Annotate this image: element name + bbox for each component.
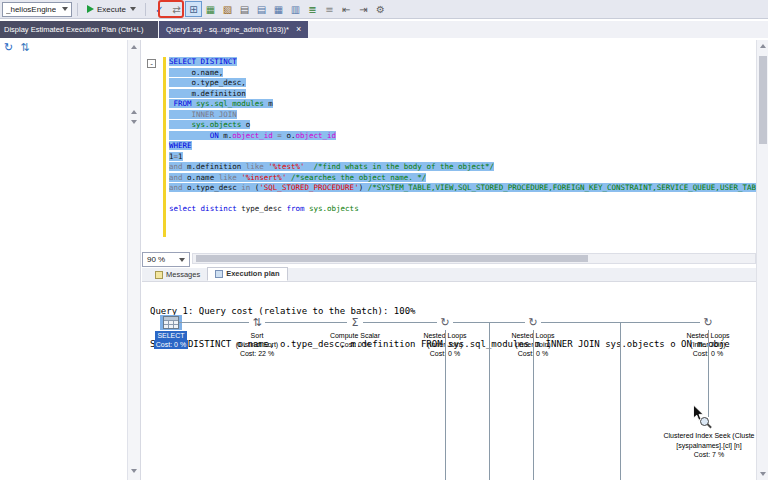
code-line-14[interactable] bbox=[169, 194, 756, 205]
node-label: Sort bbox=[249, 331, 266, 340]
collapse-region-icon[interactable]: - bbox=[147, 59, 156, 68]
code-line-text: SELECT DISTINCT bbox=[169, 57, 237, 66]
plan-connector bbox=[489, 323, 490, 480]
plan-node-compute-scalar[interactable]: ΣCompute ScalarCost: 0 % bbox=[307, 315, 403, 349]
code-line-text: ON m.object_id = o.object_id bbox=[169, 131, 336, 140]
scroll-up-icon[interactable] bbox=[760, 44, 766, 48]
code-line-text: INNER JOIN bbox=[169, 110, 237, 119]
ssms-window: _heliosEngine Execute ✓⇄⊞▦▧▤▤▦▥≣≡⇤⇥⚙ Que… bbox=[0, 0, 768, 480]
code-line-10[interactable]: 1=1 bbox=[169, 152, 756, 163]
code-line-13[interactable]: and o.type_desc in ('SQL_STORED_PROCEDUR… bbox=[169, 183, 756, 194]
code-line-text: 1=1 bbox=[169, 152, 183, 161]
scroll-down-icon[interactable] bbox=[131, 469, 137, 473]
refresh-icon[interactable]: ↻ bbox=[4, 41, 13, 54]
toolbar-separator bbox=[145, 3, 146, 16]
decrease-indent-icon[interactable]: ⇤ bbox=[338, 1, 355, 17]
highlight-annotation bbox=[158, 0, 184, 18]
scroll-up-icon[interactable] bbox=[131, 110, 137, 114]
code-line-text: and m.definition like '%test%' /*find wh… bbox=[169, 162, 494, 171]
execution-plan-icon bbox=[215, 270, 223, 278]
scroll-up-icon[interactable] bbox=[131, 45, 137, 49]
chevron-down-icon bbox=[179, 258, 185, 262]
display-estimated-execution-plan-icon[interactable]: ⊞ bbox=[185, 1, 202, 17]
scrollbar-thumb[interactable] bbox=[759, 56, 767, 144]
results-to-grid-icon[interactable]: ▦ bbox=[270, 1, 287, 17]
code-line-text: o.name, bbox=[169, 68, 223, 77]
node-cost: Cost: 0 % bbox=[338, 340, 372, 349]
tooltip-text: Display Estimated Execution Plan (Ctrl+L… bbox=[4, 25, 143, 34]
sql-editor[interactable]: - SELECT DISTINCT o.name, o.type_desc, m… bbox=[142, 40, 756, 252]
chevron-down-icon bbox=[130, 7, 136, 11]
query-options-icon[interactable]: ⚙ bbox=[372, 1, 389, 17]
plan-connector bbox=[363, 322, 437, 323]
plan-connector bbox=[708, 330, 709, 417]
sync-icon[interactable]: ⇅ bbox=[20, 41, 29, 54]
code-line-2[interactable]: o.name, bbox=[169, 68, 756, 79]
plan-node-clustered-index-seek[interactable]: Clustered Index Seek (Cluste [syspalname… bbox=[614, 431, 756, 460]
execute-button[interactable]: Execute bbox=[83, 1, 140, 17]
node-cost: Cost: 22 % bbox=[238, 349, 276, 358]
code-line-7[interactable]: sys.objects o bbox=[169, 120, 756, 131]
query-toolbar: _heliosEngine Execute ✓⇄⊞▦▧▤▤▦▥≣≡⇤⇥⚙ bbox=[0, 0, 768, 19]
include-actual-execution-plan-icon[interactable]: ▧ bbox=[219, 1, 236, 17]
estimated-plan-tooltip: Display Estimated Execution Plan (Ctrl+L… bbox=[0, 21, 158, 38]
node-cost: Cost: 0 % bbox=[154, 340, 188, 349]
code-line-4[interactable]: m.definition bbox=[169, 89, 756, 100]
code-area: SELECT DISTINCT o.name, o.type_desc, m.d… bbox=[169, 57, 756, 215]
code-line-8[interactable]: ON m.object_id = o.object_id bbox=[169, 131, 756, 142]
results-to-text-icon[interactable]: ▤ bbox=[253, 1, 270, 17]
code-line-11[interactable]: and m.definition like '%test%' /*find wh… bbox=[169, 162, 756, 173]
tab-execution-plan[interactable]: Execution plan bbox=[207, 267, 287, 281]
live-query-statistics-icon[interactable]: ▦ bbox=[202, 1, 219, 17]
tab-label: Execution plan bbox=[226, 269, 279, 278]
execute-play-icon bbox=[87, 5, 94, 13]
code-line-12[interactable]: and o.name like '%insert%' /*searches th… bbox=[169, 173, 756, 184]
code-line-1[interactable]: SELECT DISTINCT bbox=[169, 57, 756, 68]
scroll-down-icon[interactable] bbox=[760, 472, 766, 476]
uncomment-selection-icon[interactable]: ≡ bbox=[321, 1, 338, 17]
plan-node-select[interactable]: SELECTCost: 0 % bbox=[142, 315, 219, 349]
nested-loops-icon: ↻ bbox=[700, 315, 715, 330]
toolbar-separator bbox=[77, 3, 78, 16]
increase-indent-icon[interactable]: ⇥ bbox=[355, 1, 372, 17]
include-client-statistics-icon[interactable]: ▤ bbox=[236, 1, 253, 17]
code-line-text: FROM sys.sql_modules m bbox=[169, 99, 273, 108]
nested-loops-icon: ↻ bbox=[437, 315, 452, 330]
code-line-9[interactable]: WHERE bbox=[169, 141, 756, 152]
node-cost: Cost: 7 % bbox=[614, 450, 756, 460]
tab-messages[interactable]: Messages bbox=[148, 269, 207, 281]
scrollbar-thumb[interactable] bbox=[196, 255, 588, 262]
close-icon[interactable]: × bbox=[296, 25, 301, 34]
execute-label: Execute bbox=[97, 5, 126, 14]
code-line-text: sys.objects o bbox=[169, 120, 250, 129]
code-line-text: and o.name like '%insert%' /*searches th… bbox=[169, 173, 426, 182]
document-tab[interactable]: Query1.sql - sq..ngine_admin (193))* × bbox=[159, 21, 308, 38]
messages-icon bbox=[155, 271, 163, 279]
mouse-cursor bbox=[692, 404, 705, 423]
node-detail: [syspalnames].[cl] [n] bbox=[614, 441, 756, 451]
scroll-down-icon[interactable] bbox=[131, 120, 137, 124]
database-combo-value: _heliosEngine bbox=[6, 5, 56, 14]
comment-selection-icon[interactable]: ≣ bbox=[304, 1, 321, 17]
results-to-file-icon[interactable]: ▥ bbox=[287, 1, 304, 17]
code-line-6[interactable]: INNER JOIN bbox=[169, 110, 756, 121]
database-combo[interactable]: _heliosEngine bbox=[2, 2, 72, 17]
code-line-text: o.type_desc, bbox=[169, 78, 246, 87]
code-line-text: and o.type_desc in ('SQL_STORED_PROCEDUR… bbox=[169, 183, 756, 192]
left-scrollbar[interactable] bbox=[127, 40, 141, 480]
chevron-down-icon bbox=[62, 7, 68, 11]
nested-loops-icon: ↻ bbox=[525, 315, 540, 330]
change-tracking-bar bbox=[163, 57, 166, 237]
plan-connector bbox=[533, 330, 534, 480]
code-line-3[interactable]: o.type_desc, bbox=[169, 78, 756, 89]
vertical-scrollbar[interactable] bbox=[756, 40, 768, 480]
left-panel-icons: ↻⇅ bbox=[4, 41, 29, 54]
horizontal-scrollbar[interactable] bbox=[192, 253, 756, 264]
code-line-text: m.definition bbox=[169, 89, 246, 98]
code-line-15[interactable]: select distinct type_desc from sys.objec… bbox=[169, 204, 756, 215]
node-label: SELECT bbox=[155, 331, 186, 340]
code-line-5[interactable]: FROM sys.sql_modules m bbox=[169, 99, 756, 110]
zoom-combo[interactable]: 90 % bbox=[142, 252, 190, 267]
plan-connector bbox=[265, 322, 347, 323]
document-tab-title: Query1.sql - sq..ngine_admin (193))* bbox=[166, 25, 289, 34]
